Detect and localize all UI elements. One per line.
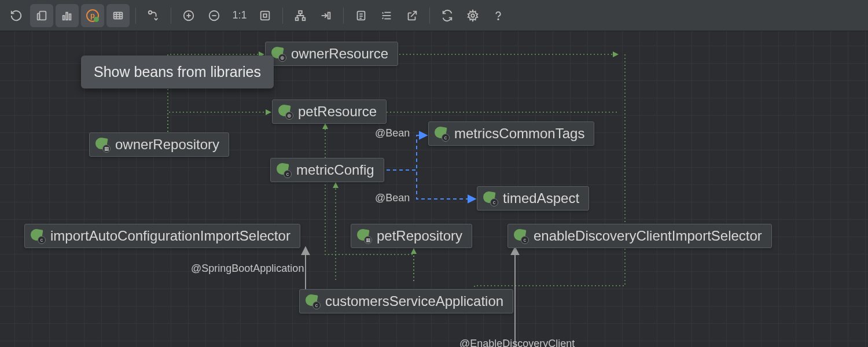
svg-rect-3: [66, 12, 68, 20]
node-label: petRepository: [377, 228, 462, 244]
library-beans-icon: p: [86, 9, 99, 22]
toolbar-separator: [429, 8, 430, 24]
zoom-actual-label: 1:1: [230, 9, 249, 21]
svg-point-29: [471, 14, 475, 17]
bean-repository-icon: ▦: [357, 229, 371, 243]
bean-node-metrics-common-tags[interactable]: c metricsCommonTags: [428, 121, 594, 146]
bean-class-icon: c: [514, 229, 528, 243]
help-button[interactable]: [487, 4, 510, 27]
bean-repository-icon: ▦: [95, 138, 109, 152]
toolbar-separator: [282, 8, 283, 24]
svg-rect-20: [303, 17, 306, 20]
route-button[interactable]: [142, 4, 165, 27]
zoom-out-button[interactable]: [203, 4, 226, 27]
svg-rect-16: [261, 11, 270, 20]
fit-content-button[interactable]: [253, 4, 277, 27]
edge-label-bean: @Bean: [375, 127, 410, 139]
bean-web-icon: ⊕: [278, 105, 292, 119]
svg-rect-21: [328, 12, 330, 19]
toggle-grid-button[interactable]: [106, 4, 130, 27]
show-beans-from-libraries-button[interactable]: p: [81, 4, 104, 27]
svg-point-30: [498, 19, 498, 19]
bean-node-pet-repository[interactable]: ▦ petRepository: [351, 224, 472, 248]
toolbar-separator: [135, 8, 136, 24]
bean-class-icon: c: [306, 294, 319, 308]
bean-node-timed-aspect[interactable]: c timedAspect: [477, 186, 589, 211]
node-label: customersServiceApplication: [325, 293, 503, 309]
svg-rect-0: [39, 11, 46, 20]
svg-rect-5: [114, 12, 123, 19]
refresh-button[interactable]: [5, 4, 28, 27]
svg-rect-17: [263, 14, 267, 17]
structure-button[interactable]: [375, 4, 398, 27]
zoom-in-button[interactable]: [177, 4, 200, 27]
sync-button[interactable]: [436, 4, 459, 27]
svg-rect-4: [69, 14, 71, 20]
edge-label-spring-boot-application: @SpringBootApplication: [191, 263, 304, 275]
node-label: metricsCommonTags: [454, 125, 584, 142]
diagram-canvas[interactable]: ⊕ ownerResource ⊕ petResource ▦ ownerRep…: [0, 31, 868, 347]
node-label: petResource: [298, 104, 377, 120]
export-button[interactable]: [400, 4, 424, 27]
copy-button[interactable]: [30, 4, 53, 27]
bean-node-metric-config[interactable]: c metricConfig: [270, 158, 384, 182]
layout-button[interactable]: [289, 4, 312, 27]
svg-rect-2: [63, 16, 65, 20]
edge-label-enable-discovery-client: @EnableDiscoveryClient: [459, 338, 575, 347]
bean-node-enable-discovery-client[interactable]: c enableDiscoveryClientImportSelector: [507, 224, 772, 248]
node-label: timedAspect: [503, 190, 579, 206]
toolbar-separator: [171, 8, 171, 24]
svg-rect-18: [299, 10, 302, 13]
settings-button[interactable]: [461, 4, 484, 27]
collapse-button[interactable]: [314, 4, 337, 27]
bean-node-owner-repository[interactable]: ▦ ownerRepository: [89, 132, 229, 157]
list-button[interactable]: [350, 4, 373, 27]
bean-node-pet-resource[interactable]: ⊕ petResource: [272, 99, 387, 124]
bean-node-customers-service-application[interactable]: c customersServiceApplication: [299, 289, 513, 313]
node-label: enableDiscoveryClientImportSelector: [534, 228, 762, 244]
svg-rect-1: [38, 13, 40, 20]
bean-class-icon: c: [483, 191, 497, 205]
edge-label-bean: @Bean: [375, 192, 410, 204]
toolbar: p 1:1: [0, 0, 868, 31]
node-label: ownerRepository: [115, 136, 219, 153]
bean-node-import-auto-config[interactable]: c importAutoConfigurationImportSelector: [24, 224, 300, 248]
bean-node-owner-resource[interactable]: ⊕ ownerResource: [265, 42, 398, 66]
bean-class-icon: c: [31, 229, 45, 243]
svg-rect-19: [296, 17, 299, 20]
svg-point-10: [149, 10, 152, 14]
tooltip: Show beans from libraries: [81, 56, 274, 88]
chart-button[interactable]: [56, 4, 79, 27]
tooltip-text: Show beans from libraries: [94, 64, 261, 80]
node-label: importAutoConfigurationImportSelector: [50, 228, 290, 244]
bean-class-icon: c: [277, 163, 290, 177]
node-label: ownerResource: [291, 46, 388, 62]
toolbar-separator: [343, 8, 344, 24]
zoom-actual-button[interactable]: 1:1: [228, 4, 251, 27]
bean-class-icon: c: [435, 127, 448, 141]
node-label: metricConfig: [296, 162, 374, 178]
